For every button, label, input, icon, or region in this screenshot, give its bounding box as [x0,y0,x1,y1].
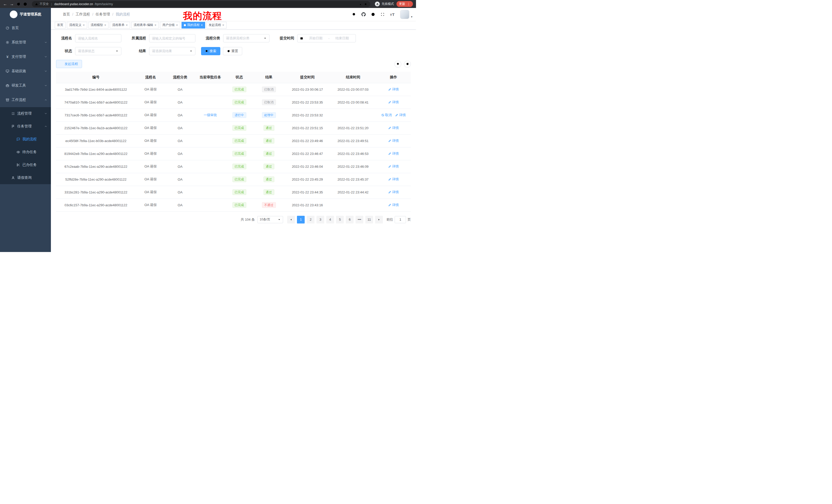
category-select[interactable]: 请选择流程分类 [223,34,269,43]
tab-my-process[interactable]: 我的流程× [182,22,205,29]
bookmark-star-icon[interactable] [364,3,367,6]
hamburger-icon[interactable] [51,8,63,21]
user-menu[interactable]: ▾ [400,10,412,19]
avatar[interactable] [400,10,409,19]
tab-start-process[interactable]: 发起流程× [206,22,227,29]
close-icon[interactable]: × [104,23,106,27]
sidebar-item-task-management[interactable]: 任务管理 [0,120,51,133]
caret-down-icon: ▾ [411,15,412,19]
sidebar-item-my-process[interactable]: 我的流程 [0,133,51,146]
page-ellipsis[interactable]: ••• [356,216,363,223]
detail-link[interactable]: 详情 [388,138,399,143]
tab-home[interactable]: 首页 [55,22,66,29]
security-label[interactable]: 不安全 [40,2,49,6]
sidebar-item-payment[interactable]: ¥ 支付管理 [0,50,51,64]
result-select[interactable]: 请选择流结果 [149,47,196,55]
close-icon[interactable]: × [176,23,178,27]
detail-link[interactable]: 详情 [388,190,399,194]
detail-link[interactable]: 详情 [395,113,406,117]
start-process-button[interactable]: 发起流程 [56,60,82,68]
browser-update-button[interactable]: 更新 ⋮ [396,1,413,7]
page-button[interactable]: 5 [336,216,344,223]
page-button[interactable]: 6 [346,216,354,223]
close-icon[interactable]: × [223,23,225,27]
date-range-picker[interactable]: 开始日期 - 结束日期 [297,34,356,43]
start-date-placeholder[interactable]: 开始日期 [305,36,327,40]
cancel-link[interactable]: 取消 [381,113,392,117]
sidebar-item-todo-tasks[interactable]: 待办任务 [0,146,51,159]
tab-process-model[interactable]: 流程模型× [88,22,109,29]
browser-refresh-icon[interactable] [17,2,21,6]
tab-process-form[interactable]: 流程表单× [110,22,130,29]
end-date-placeholder[interactable]: 结束日期 [331,36,353,40]
current-task-link[interactable]: 一级审批 [204,113,217,117]
col-header-name: 流程名 [136,72,165,83]
sidebar-item-done-tasks[interactable]: 已办任务 [0,159,51,171]
cell-submit-time: 2022-01-22 23:49:46 [285,134,330,147]
key-icon[interactable] [359,3,363,6]
page-button[interactable]: 3 [316,216,324,223]
search-icon[interactable] [352,12,356,17]
font-size-icon[interactable]: тT [390,12,395,17]
col-header-end-time: 结束时间 [330,72,376,83]
tab-process-form-edit[interactable]: 流程表单-编辑× [131,22,159,29]
detail-link[interactable]: 详情 [388,125,399,130]
result-badge: 通过 [263,189,274,195]
sidebar-item-devtools[interactable]: 研发工具 [0,78,51,93]
sidebar-item-workflow[interactable]: 工作流程 [0,93,51,107]
process-definition-input[interactable] [152,36,192,40]
browser-menu-dots-icon[interactable]: ⋮ [407,2,410,6]
address-bar[interactable]: 不安全 | dashboard.yudao.iocoder.cn /bpm/ta… [32,1,370,7]
detail-link[interactable]: 详情 [388,100,399,105]
sidebar-item-label: 请假查询 [17,175,32,180]
result-badge: 通过 [263,138,274,144]
app-logo[interactable]: 芋道管理系统 [0,8,51,21]
close-icon[interactable]: × [201,23,203,27]
search-button[interactable]: 搜索 [201,47,220,55]
page-button[interactable]: 2 [307,216,314,223]
page-button[interactable]: 4 [326,216,334,223]
process-name-input[interactable] [78,36,119,40]
detail-link[interactable]: 详情 [388,177,399,181]
breadcrumb-item[interactable]: 任务管理 [96,12,110,17]
goto-page-input[interactable] [395,216,406,223]
show-search-button[interactable] [394,61,401,67]
sidebar-item-system[interactable]: 系统管理 [0,35,51,50]
close-icon[interactable]: × [155,23,157,27]
tab-process-definition[interactable]: 流程定义× [67,22,87,29]
close-icon[interactable]: × [126,23,128,27]
sidebar-item-leave-query[interactable]: 请假查询 [0,171,51,184]
breadcrumb-item[interactable]: 首页 [63,12,70,17]
sidebar-item-label: 研发工具 [11,83,26,88]
status-badge: 已完成 [232,125,246,131]
detail-link[interactable]: 详情 [388,151,399,156]
close-icon[interactable]: × [83,23,85,27]
status-badge: 已完成 [232,189,246,195]
sidebar-item-home[interactable]: 首页 [0,21,51,35]
filter-label-category: 流程分类 [201,36,223,40]
detail-link[interactable]: 详情 [388,203,399,207]
browser-forward-icon[interactable]: → [10,2,14,6]
browser-home-icon[interactable] [23,2,27,6]
detail-link[interactable]: 详情 [388,87,399,92]
page-content: 流程名 所属流程 流程分类 请选择流程分类 [51,30,416,252]
help-icon[interactable] [371,12,375,17]
page-size-select[interactable]: 10条/页 [257,216,283,223]
refresh-table-button[interactable] [404,61,411,67]
fullscreen-icon[interactable] [381,12,385,17]
detail-link[interactable]: 详情 [388,164,399,169]
reset-button[interactable]: 重置 [223,47,242,55]
browser-back-icon[interactable]: ← [3,2,7,6]
status-select[interactable]: 请选择状态 [75,47,121,55]
page-button-last[interactable]: 11 [365,216,373,223]
page-button[interactable]: 1 [297,216,305,223]
reset-button-label: 重置 [231,49,238,53]
prev-page-button[interactable] [287,216,295,223]
sidebar-item-infrastructure[interactable]: 基础设施 [0,64,51,78]
github-icon[interactable] [362,12,366,17]
tab-user-group[interactable]: 用户分组× [160,22,180,29]
next-page-button[interactable] [375,216,383,223]
sidebar-item-process-management[interactable]: 流程管理 [0,107,51,120]
breadcrumb-item[interactable]: 工作流程 [76,12,90,17]
cell-id: 3ad174fb-7b9d-11ec-8404-acde48001122 [56,83,136,96]
